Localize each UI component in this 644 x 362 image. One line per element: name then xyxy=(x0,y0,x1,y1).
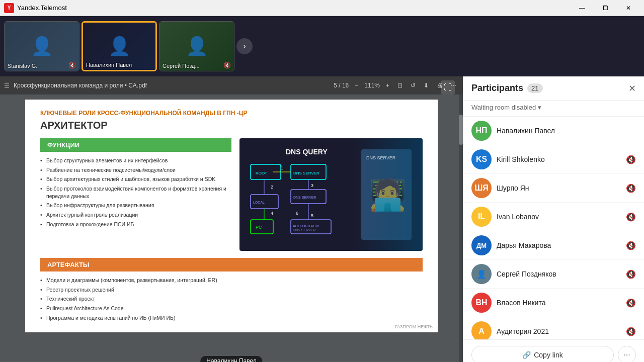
sidebar-footer: 🔗 Copy link ··· xyxy=(463,339,644,362)
participant-item: KS Kirill Shkolenko 🔇 xyxy=(463,145,644,174)
svg-text:DNS QUERY: DNS QUERY xyxy=(286,148,328,156)
svg-text:DNS SERVER: DNS SERVER xyxy=(293,228,315,232)
expand-button[interactable]: ⛶ xyxy=(441,80,455,95)
pdf-zoom-out[interactable]: − xyxy=(353,81,360,90)
maximize-button[interactable]: ⧠ xyxy=(594,0,617,16)
pdf-main-title: АРХИТЕКТОР xyxy=(40,120,423,131)
participant-item: НП Навалихин Павел xyxy=(463,117,644,145)
more-options-button[interactable]: ··· xyxy=(618,346,636,362)
avatar: ДМ xyxy=(471,235,492,255)
app-title: Yandex.Telemost xyxy=(17,4,67,12)
sidebar-header: Participants 21 ✕ xyxy=(463,76,644,101)
video-thumb-pavel[interactable]: 👤 Навалихин Павел xyxy=(82,21,157,71)
svg-text:AUTHORITATIVE: AUTHORITATIVE xyxy=(293,224,320,228)
video-thumb-stanislav[interactable]: 👤 Stanislav G. 🔇 xyxy=(4,21,79,71)
svg-text:2: 2 xyxy=(271,185,273,190)
thumb-name-sergey: Сергей Позд... xyxy=(163,63,200,69)
dns-diagram-image: DNS QUERY DNS SERVER ROOT DNS SERVER xyxy=(239,138,423,251)
participant-item: ШЯ Шурпо Ян 🔇 xyxy=(463,174,644,203)
list-item: Выбор инфраструктуры для развертывания xyxy=(40,201,231,210)
participant-item: А Аудитория 2021 🔇 xyxy=(463,317,644,339)
mute-icon: 🔇 xyxy=(626,241,636,250)
thumb-mute-sergey: 🔇 xyxy=(223,62,231,69)
video-thumb-sergey[interactable]: 👤 Сергей Позд... 🔇 xyxy=(159,21,234,71)
pdf-two-col: ФУНКЦИИ Выбор структурных элементов и их… xyxy=(40,138,423,251)
pdf-fit-btn[interactable]: ⊡ xyxy=(395,81,405,90)
pdf-zoom-in[interactable]: + xyxy=(384,81,391,90)
thumb-name-stanislav: Stanislav G. xyxy=(8,63,37,69)
svg-text:PC: PC xyxy=(256,225,262,230)
avatar: IL xyxy=(471,207,492,227)
list-item: Реестр проектных решений xyxy=(40,285,423,295)
link-icon: 🔗 xyxy=(522,351,531,359)
pdf-content: КЛЮЧЕВЫЕ РОЛИ КРОСС-ФУНКЦИОНАЛЬНОЙ КОМАН… xyxy=(0,95,463,362)
pdf-page-info: 5 / 16 xyxy=(334,82,349,89)
participant-name: Шурпо Ян xyxy=(497,184,621,192)
svg-text:LOCAL: LOCAL xyxy=(253,201,265,204)
copy-link-label: Copy link xyxy=(534,351,563,359)
titlebar: Y Yandex.Telemost — ⧠ ✕ xyxy=(0,0,644,16)
participant-name: Ivan Lobanov xyxy=(497,213,621,221)
minimize-button[interactable]: — xyxy=(571,0,594,16)
waiting-room-chevron: ▾ xyxy=(538,104,541,111)
artifacts-header: АРТЕФАКТЫ xyxy=(40,258,423,272)
svg-text:DNS SERVER: DNS SERVER xyxy=(293,196,316,199)
titlebar-controls: — ⧠ ✕ xyxy=(571,0,640,16)
mute-icon: 🔇 xyxy=(626,269,636,279)
avatar: А xyxy=(471,321,492,339)
participants-sidebar: Participants 21 ✕ Waiting room disabled … xyxy=(463,76,644,362)
svg-text:ROOT: ROOT xyxy=(256,171,267,175)
main-area: ☰ Кросcфункциональная команда и роли • C… xyxy=(0,76,644,362)
pdf-col-right: DNS QUERY DNS SERVER ROOT DNS SERVER xyxy=(239,138,423,251)
participant-name: Навалихин Павел xyxy=(497,127,636,135)
pdf-scrollbar-thumb[interactable] xyxy=(459,115,463,145)
participant-name: Власов Никита xyxy=(497,299,621,307)
svg-text:1: 1 xyxy=(281,165,283,170)
svg-text:5: 5 xyxy=(311,213,313,218)
thumb-mute-stanislav: 🔇 xyxy=(68,62,76,69)
pdf-zoom-level: 111% xyxy=(364,82,380,89)
functions-header: ФУНКЦИИ xyxy=(40,138,231,152)
pdf-download-btn[interactable]: ⬇ xyxy=(422,81,431,90)
pdf-menu-icon[interactable]: ☰ xyxy=(4,82,10,89)
pdf-viewer: ☰ Кросcфункциональная команда и роли • C… xyxy=(0,76,463,362)
avatar: ВН xyxy=(471,293,492,313)
thumb-name-pavel: Навалихин Павел xyxy=(86,62,132,68)
participant-item: ДМ Дарья Макарова 🔇 xyxy=(463,231,644,260)
participants-list: НП Навалихин Павел KS Kirill Shkolenko 🔇… xyxy=(463,117,644,339)
pdf-col-left: ФУНКЦИИ Выбор структурных элементов и их… xyxy=(40,138,231,251)
list-item: Pullrequest Architecture As Code xyxy=(40,304,423,313)
presenter-label: Навалихин Павел xyxy=(200,356,262,362)
waiting-room-status[interactable]: Waiting room disabled ▾ xyxy=(463,101,644,117)
close-button[interactable]: ✕ xyxy=(617,0,640,16)
pdf-scrollbar[interactable] xyxy=(459,95,463,362)
svg-text:3: 3 xyxy=(311,183,313,188)
video-strip: 👤 Stanislav G. 🔇 👤 Навалихин Павел 👤 Сер… xyxy=(0,16,644,76)
mute-icon: 🔇 xyxy=(626,184,636,193)
pdf-watermark: ГАЗПРОМ НЕФТЬ xyxy=(395,324,433,329)
pdf-document: КЛЮЧЕВЫЕ РОЛИ КРОСС-ФУНКЦИОНАЛЬНОЙ КОМАН… xyxy=(25,100,438,332)
list-item: Технический проект xyxy=(40,294,423,304)
copy-link-button[interactable]: 🔗 Copy link xyxy=(471,346,614,362)
participant-item: ВН Власов Никита 🔇 xyxy=(463,289,644,317)
next-video-arrow[interactable]: › xyxy=(236,38,253,54)
titlebar-left: Y Yandex.Telemost xyxy=(4,3,67,13)
participant-item: 👤 Сергей Поздняков 🔇 xyxy=(463,260,644,289)
sidebar-title: Participants xyxy=(471,83,523,94)
avatar: 👤 xyxy=(471,264,492,284)
avatar: ШЯ xyxy=(471,178,492,198)
mute-icon: 🔇 xyxy=(626,327,636,336)
pdf-rotate-btn[interactable]: ↺ xyxy=(409,81,418,90)
participant-name: Сергей Поздняков xyxy=(497,270,621,278)
artifacts-list: Модели и диаграммы (компонентов, разверт… xyxy=(40,276,423,322)
participant-name: Kirill Shkolenko xyxy=(497,155,621,163)
list-item: Выбор протоколов взаимодействия компонен… xyxy=(40,184,231,201)
mute-icon: 🔇 xyxy=(626,298,636,308)
avatar: KS xyxy=(471,149,492,169)
svg-text:DNS SERVER: DNS SERVER xyxy=(293,171,319,175)
pdf-title: Кросcфункциональная команда и роли • CA.… xyxy=(14,82,330,89)
list-item: Архитектурный контроль реализации xyxy=(40,210,231,220)
sidebar-close-button[interactable]: ✕ xyxy=(628,83,636,94)
waiting-room-label: Waiting room disabled xyxy=(471,104,536,111)
list-item: Программа и методика испытаний по ИБ (Пи… xyxy=(40,313,423,323)
